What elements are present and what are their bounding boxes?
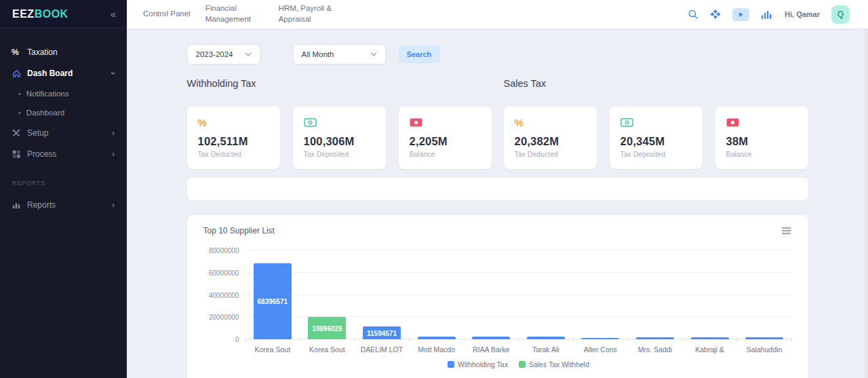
x-axis-category-label: Korea Sout xyxy=(245,345,300,354)
header-actions: Hi, Qamar Q xyxy=(688,5,868,24)
chevron-down-icon xyxy=(370,52,377,56)
x-axis-tick xyxy=(410,339,465,342)
x-axis-tick xyxy=(355,339,410,342)
stats-icon[interactable] xyxy=(761,10,773,20)
y-axis-tick-label: 0 xyxy=(235,336,239,343)
home-icon xyxy=(12,69,27,79)
bar-chart-plot: 0200000004000000060000000800000006839657… xyxy=(245,250,792,339)
x-axis-tick xyxy=(300,339,355,342)
legend-label: Sales Tax Withheld xyxy=(529,360,589,368)
app-logo[interactable]: EEZBOOK xyxy=(12,8,68,20)
x-axis-tick xyxy=(246,339,301,342)
sidebar-subitem-label: Notifications xyxy=(26,90,69,98)
percent-icon: % xyxy=(515,115,586,129)
card-label: Balance xyxy=(410,150,481,158)
sidebar-section-reports: REPORTS xyxy=(12,180,45,187)
chart-bar[interactable]: 19896029 xyxy=(308,317,346,339)
x-axis-tick xyxy=(519,339,574,342)
card-label: Balance xyxy=(726,150,797,158)
bar-slot xyxy=(464,250,519,339)
card-value: 38M xyxy=(726,135,797,148)
chart-bar[interactable]: 11594571 xyxy=(363,326,401,339)
chevron-right-icon: › xyxy=(112,200,115,210)
legend-marker xyxy=(448,361,454,368)
nav-control-panel[interactable]: Control Panel xyxy=(143,9,191,20)
chart-bar[interactable] xyxy=(745,337,783,339)
sidebar-subitem-dashboard[interactable]: • Dashboard xyxy=(0,106,127,119)
logo-text-secondary: BOOK xyxy=(35,8,68,20)
search-icon[interactable] xyxy=(688,9,698,20)
nav-financial-management[interactable]: Financial Management xyxy=(205,3,264,24)
bar-slots: 683965711989602911594571 xyxy=(245,250,792,339)
month-select[interactable]: All Month xyxy=(293,44,386,64)
sidebar-item-process[interactable]: Process › xyxy=(0,146,127,162)
chart-menu-icon[interactable] xyxy=(781,226,792,235)
card-withholding-tax-deposited: 100,306M Tax Deposited xyxy=(293,107,386,169)
sidebar: EEZBOOK « % Taxation Dash Board › • Noti… xyxy=(0,0,127,378)
chart-bar[interactable] xyxy=(636,337,674,339)
card-value: 100,306M xyxy=(304,135,375,148)
chart-legend: Withholding TaxSales Tax Withheld xyxy=(245,360,792,368)
card-withholding-balance: 2,205M Balance xyxy=(399,107,492,169)
chart-bar[interactable] xyxy=(418,337,456,339)
banknote-outline-icon xyxy=(304,115,375,129)
sidebar-subitem-notifications[interactable]: • Notifications xyxy=(0,87,127,100)
sidebar-collapse-icon[interactable]: « xyxy=(111,8,116,20)
stat-cards-row: % 102,511M Tax Deducted 100,306M Tax Dep… xyxy=(187,107,808,169)
x-axis-category-label: RIAA Barke xyxy=(464,345,519,354)
x-axis-tick xyxy=(737,339,792,342)
chart-bar[interactable] xyxy=(472,337,510,339)
x-axis-labels: Korea SoutKorea SoutDAELIM LOTMott Macdo… xyxy=(245,345,792,354)
card-label: Tax Deposited xyxy=(304,150,375,158)
legend-label: Withholding Tax xyxy=(458,360,508,368)
top-nav: Control Panel Financial Management HRM, … xyxy=(127,3,337,24)
x-axis-tick xyxy=(683,339,738,342)
top-header: Control Panel Financial Management HRM, … xyxy=(127,0,868,29)
x-axis-category-label: Mott Macdo xyxy=(409,345,464,354)
sidebar-item-setup[interactable]: Setup › xyxy=(0,125,127,141)
card-value: 102,511M xyxy=(198,135,269,148)
card-value: 20,345M xyxy=(620,135,692,148)
x-axis-category-label: Mrs. Saddi xyxy=(628,345,683,354)
x-axis-tick xyxy=(574,339,629,342)
chart-bar[interactable]: 68396571 xyxy=(254,263,292,339)
x-axis-category-label: Tarak Ali xyxy=(518,345,573,354)
card-label: Tax Deposited xyxy=(620,150,692,158)
nav-hrm-payroll[interactable]: HRM, Payroll & Appraisal xyxy=(279,3,337,24)
y-axis-tick-label: 40000000 xyxy=(209,291,239,299)
apps-icon[interactable] xyxy=(710,9,721,20)
chart-bar[interactable] xyxy=(527,337,565,339)
withholding-tax-title: Withholding Tax xyxy=(187,78,256,89)
grid-icon xyxy=(12,149,27,159)
x-axis-category-label: Salahuddin xyxy=(737,345,792,354)
month-select-value: All Month xyxy=(302,50,334,58)
bar-value-label: 11594571 xyxy=(363,329,401,337)
sidebar-subitem-label: Dashboard xyxy=(26,109,64,117)
chevron-right-icon: › xyxy=(112,128,115,138)
legend-marker xyxy=(519,361,526,368)
user-greeting: Hi, Qamar xyxy=(785,10,820,18)
card-label: Tax Deducted xyxy=(198,150,269,158)
card-value: 2,205M xyxy=(410,135,481,148)
card-withholding-tax-deducted: % 102,511M Tax Deducted xyxy=(187,107,280,169)
bar-slot xyxy=(573,250,628,339)
x-axis-category-label: DAELIM LOT xyxy=(355,345,410,354)
legend-item[interactable]: Withholding Tax xyxy=(448,360,508,368)
x-axis-category-label: Alter Cons xyxy=(573,345,628,354)
year-select-value: 2023-2024 xyxy=(196,50,233,58)
scrollbar[interactable] xyxy=(865,29,868,378)
legend-item[interactable]: Sales Tax Withheld xyxy=(519,360,589,368)
search-button[interactable]: Search xyxy=(399,45,440,63)
chart-bar[interactable] xyxy=(691,337,729,339)
chart-bar[interactable] xyxy=(581,338,619,339)
sidebar-item-taxation[interactable]: % Taxation xyxy=(0,44,127,60)
percent-icon: % xyxy=(198,115,269,129)
year-select[interactable]: 2023-2024 xyxy=(187,44,260,64)
sidebar-item-reports[interactable]: Reports › xyxy=(0,197,127,213)
bar-slot xyxy=(518,250,573,339)
bar-slot xyxy=(409,250,464,339)
sidebar-item-dash-board[interactable]: Dash Board › xyxy=(0,65,127,81)
video-play-button[interactable] xyxy=(732,8,749,21)
bar-slot: 11594571 xyxy=(355,250,410,339)
avatar[interactable]: Q xyxy=(831,5,850,24)
